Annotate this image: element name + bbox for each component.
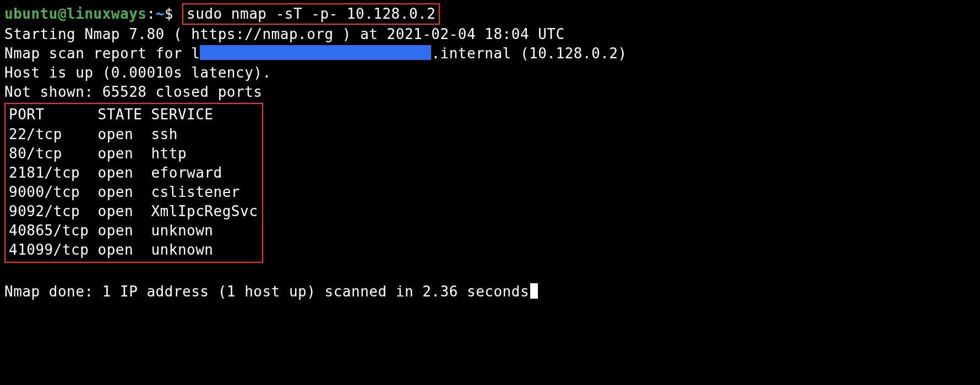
prompt-host: linuxways bbox=[67, 6, 146, 22]
output-host-up: Host is up (0.00010s latency). bbox=[4, 63, 976, 82]
terminal-line-command: ubuntu@linuxways:~$ sudo nmap -sT -p- 10… bbox=[4, 3, 976, 25]
prompt-path: ~ bbox=[156, 6, 165, 22]
terminal-cursor[interactable] bbox=[530, 283, 538, 299]
prompt-user: ubuntu bbox=[4, 6, 58, 22]
output-done: Nmap done: 1 IP address (1 host up) scan… bbox=[4, 282, 976, 301]
prompt-dollar: $ bbox=[165, 6, 173, 22]
port-table: PORT STATE SERVICE 22/tcp open ssh 80/tc… bbox=[9, 105, 258, 260]
command-text[interactable]: sudo nmap -sT -p- 10.128.0.2 bbox=[187, 6, 435, 22]
output-not-shown: Not shown: 65528 closed ports bbox=[4, 82, 976, 102]
redacted-hostname bbox=[200, 45, 431, 60]
prompt-at: @ bbox=[58, 6, 67, 22]
output-scan-report: Nmap scan report for l.internal (10.128.… bbox=[4, 44, 976, 63]
scan-report-pre: Nmap scan report for l bbox=[4, 45, 200, 62]
blank-line bbox=[4, 263, 976, 282]
done-text: Nmap done: 1 IP address (1 host up) scan… bbox=[4, 283, 529, 300]
command-highlight-box: sudo nmap -sT -p- 10.128.0.2 bbox=[182, 3, 440, 25]
output-starting: Starting Nmap 7.80 ( https://nmap.org ) … bbox=[4, 25, 976, 44]
port-results-box: PORT STATE SERVICE 22/tcp open ssh 80/tc… bbox=[4, 103, 263, 263]
scan-report-post: .internal (10.128.0.2) bbox=[431, 45, 627, 62]
prompt-sep: : bbox=[146, 6, 155, 22]
